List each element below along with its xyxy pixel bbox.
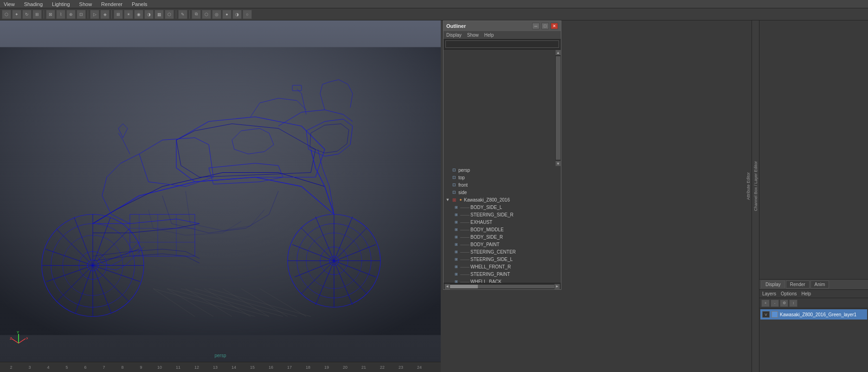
right-tab-attribute-editor[interactable]: Attribute Editor [745,170,752,202]
tool-light[interactable]: ☀ [124,10,133,19]
outliner-item-side[interactable]: ⊡ side [444,189,555,196]
right-tab-channel-box[interactable]: Channel Box / Layer Editor [752,159,759,213]
lp-menu-options[interactable]: Options [781,291,797,296]
outliner-item-kawasaki-group[interactable]: ▼ ⊞ ● Kawasaki_Z800_2016 [444,196,555,203]
tool-snap-grid[interactable]: ⊠ [46,10,55,19]
viewport[interactable]: persp X Z Y [0,20,441,362]
tool-snap-curve[interactable]: ⌇ [56,10,65,19]
layers-tab-render[interactable]: Render [786,281,810,288]
outliner-menu-display[interactable]: Display [446,33,462,38]
ruler-tick-10: 12 [187,365,206,370]
tool-show[interactable]: ◉ [134,10,143,19]
tool-extra3[interactable]: ◎ [212,10,221,19]
layer-color-swatch [772,311,778,318]
outliner-item-exhaust[interactable]: ⊞ —— EXHAUST [444,218,555,226]
outliner-item-steering-side-r[interactable]: ⊞ —— STEERING_SIDE_R [444,211,555,218]
outliner-search-input[interactable] [445,40,559,48]
outliner-hscrollbar[interactable]: ◄ ► [444,283,561,289]
layers-tab-display[interactable]: Display [761,281,785,288]
tool-extra6[interactable]: ○ [243,10,252,19]
menu-renderer[interactable]: Renderer [99,1,124,7]
outliner-item-body-paint[interactable]: ⊞ —— BODY_PAINT [444,241,555,248]
group-icon: ⊞ [451,196,457,203]
menu-view[interactable]: View [2,1,17,7]
tool-extra4[interactable]: ● [222,10,231,19]
menu-panels[interactable]: Panels [130,1,149,7]
ruler-tick-1: 3 [20,365,39,370]
tool-select[interactable]: ⬡ [2,10,11,19]
mesh-icon: ⊞ [453,278,459,283]
mesh-icon: ⊞ [453,204,459,210]
tool-extra1[interactable]: ⧉ [192,10,201,19]
outliner-item-front[interactable]: ⊡ front [444,181,555,189]
tool-snap-surface[interactable]: ⊡ [77,10,86,19]
tool-paint[interactable]: ✎ [178,10,187,19]
lp-menu-help[interactable]: Help [801,291,811,296]
tool-smooth[interactable]: ⬡ [165,10,174,19]
layer-item-kawasaki[interactable]: V Kawasaki_Z800_2016_Green_layer1 [760,309,867,320]
ruler-tick-20: 22 [373,365,392,370]
menu-shading[interactable]: Shading [22,1,45,7]
outliner-item-body-side-l[interactable]: ⊞ —— BODY_SIDE_L [444,203,555,211]
lp-menu-layers[interactable]: Layers [762,291,776,296]
ruler-tick-13: 15 [243,365,262,370]
tool-snap-point[interactable]: ⊕ [66,10,76,19]
outliner-scroll-up[interactable]: ▲ [555,50,561,55]
outliner-minimize-btn[interactable]: ─ [532,23,540,29]
svg-line-42 [12,339,19,343]
layers-panel-toolbar: + - ⚙ ↕ [759,298,868,308]
ruler-tick-17: 19 [317,365,336,370]
outliner-maximize-btn[interactable]: □ [541,23,549,29]
tool-move[interactable]: ✦ [12,10,21,19]
outliner-close-btn[interactable]: ✕ [551,23,558,29]
layer-name: Kawasaki_Z800_2016_Green_layer1 [780,312,856,317]
axis-indicator: X Z Y [9,329,28,348]
outliner-item-steering-side-l[interactable]: ⊞ —— STEERING_SIDE_L [444,255,555,263]
tool-ipr[interactable]: ◈ [100,10,109,19]
outliner-item-whell-front-r[interactable]: ⊞ —— WHELL_FRONT_R [444,263,555,270]
menu-lighting[interactable]: Lighting [50,1,72,7]
tool-scale[interactable]: ⊞ [32,10,42,19]
outliner-content[interactable]: ⊡ persp ⊡ top ⊡ front ⊡ side ▼ ⊞ ● Kawas… [444,166,561,283]
tool-cam[interactable]: ⊞ [114,10,123,19]
outliner-scroll-left[interactable]: ◄ [444,284,450,289]
outliner-item-whell-back[interactable]: ⊞ —— WHELL_BACK [444,278,555,283]
camera-icon: ⊡ [451,182,457,188]
ruler-bottom: 2 3 4 5 6 7 8 9 10 11 12 13 14 15 16 17 … [0,362,441,372]
tool-render[interactable]: ▷ [90,10,99,19]
layer-visibility-btn[interactable]: V [762,311,770,318]
svg-text:X: X [26,336,28,340]
layer-delete-btn[interactable]: - [771,300,779,307]
outliner-hscroll-track[interactable] [450,285,554,288]
outliner-menu-help[interactable]: Help [484,33,494,38]
outliner-scroll-right[interactable]: ► [554,284,560,289]
outliner-scroll-down[interactable]: ▼ [555,161,561,166]
tool-shading-mode[interactable]: ◑ [144,10,154,19]
menu-show[interactable]: Show [77,1,94,7]
outliner-menu-show[interactable]: Show [467,33,479,38]
outliner-item-body-middle[interactable]: ⊞ —— BODY_MIDDLE [444,226,555,233]
outliner-title: Outliner [446,23,466,29]
tool-rotate[interactable]: ↻ [22,10,32,19]
layer-new-btn[interactable]: + [761,300,770,307]
outliner-item-top[interactable]: ⊡ top [444,174,555,181]
tool-texture[interactable]: ▦ [154,10,164,19]
layer-sort-btn[interactable]: ↕ [789,300,797,307]
layer-options-btn[interactable]: ⚙ [780,300,788,307]
outliner-item-persp[interactable]: ⊡ persp [444,166,555,174]
sep4 [176,10,176,19]
tool-extra5[interactable]: ◑ [232,10,242,19]
ruler-tick-6: 8 [113,365,132,370]
ruler-tick-8: 10 [150,365,169,370]
outliner-hscroll-thumb[interactable] [450,285,478,288]
camera-icon: ⊡ [451,189,457,196]
mesh-icon: ⊞ [453,248,459,255]
outliner-item-body-side-r[interactable]: ⊞ —— BODY_SIDE_R [444,233,555,241]
outliner-item-steering-paint[interactable]: ⊞ —— STEERING_PAINT [444,270,555,278]
tool-extra2[interactable]: ⬡ [202,10,211,19]
mesh-icon: ⊞ [453,241,459,248]
layers-tab-anim[interactable]: Anim [810,281,829,288]
outliner-titlebar[interactable]: Outliner ─ □ ✕ [444,21,561,31]
outliner-item-steering-center[interactable]: ⊞ —— STEERING_CENTER [444,248,555,255]
ruler-tick-16: 18 [299,365,317,370]
